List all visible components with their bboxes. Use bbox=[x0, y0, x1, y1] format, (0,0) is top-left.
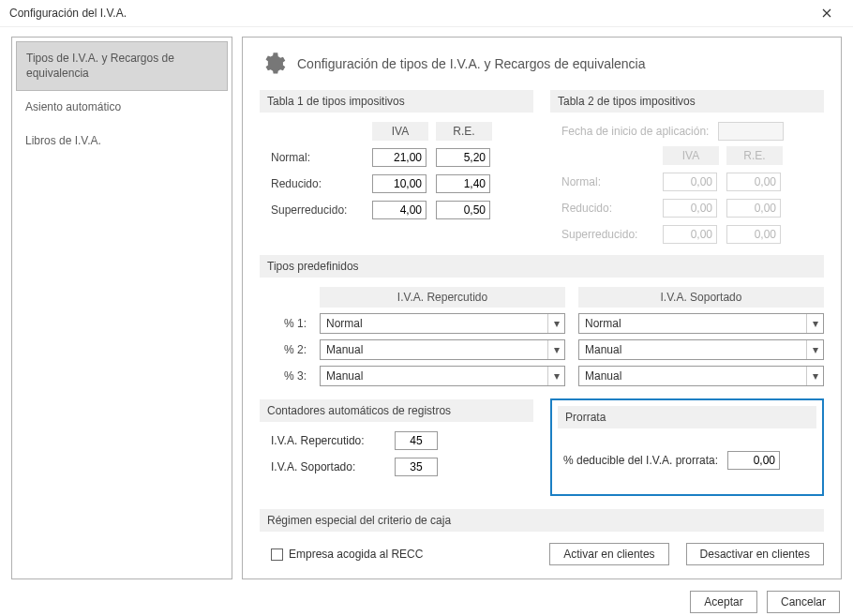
tabla2-col-iva: IVA bbox=[663, 146, 719, 165]
chevron-down-icon: ▾ bbox=[806, 340, 823, 359]
contadores-rep-input[interactable] bbox=[395, 431, 438, 450]
contadores-rep-label: I.V.A. Repercutido: bbox=[271, 434, 383, 447]
tabla1-normal-label: Normal: bbox=[271, 151, 365, 164]
predef-header: Tipos predefinidos bbox=[260, 255, 824, 278]
tabla2-header: Tabla 2 de tipos impositivos bbox=[550, 90, 824, 113]
tabla1-col-iva: IVA bbox=[372, 122, 428, 141]
tabla1-super-iva[interactable] bbox=[372, 201, 426, 219]
tabla1-reducido-label: Reducido: bbox=[271, 177, 365, 190]
tabla2-super-re bbox=[726, 225, 781, 244]
recc-desactivar-button[interactable]: Desactivar en clientes bbox=[686, 543, 824, 565]
tabla2-normal-iva bbox=[663, 173, 717, 191]
prorrata-input[interactable] bbox=[727, 451, 780, 470]
tabla1-col-re: R.E. bbox=[436, 122, 492, 141]
recc-checkbox-label: Empresa acogida al RECC bbox=[289, 548, 423, 561]
dialog-footer: Aceptar Cancelar bbox=[0, 587, 853, 616]
sidebar-item-label: Asiento automático bbox=[25, 100, 121, 113]
predef-group-rep: I.V.A. Repercutido bbox=[320, 287, 565, 308]
tabla2-super-label: Superreducido: bbox=[561, 228, 655, 241]
predef-sop-1[interactable]: Normal▾ bbox=[578, 313, 824, 334]
page-title: Configuración de tipos de I.V.A. y Recar… bbox=[297, 56, 646, 71]
chevron-down-icon: ▾ bbox=[806, 367, 823, 385]
tabla1-super-label: Superreducido: bbox=[271, 203, 365, 217]
checkbox-icon bbox=[271, 548, 283, 561]
select-value: Normal bbox=[326, 317, 547, 330]
tabla2-reducido-iva bbox=[663, 199, 717, 218]
sidebar-item-label: Tipos de I.V.A. y Recargos de equivalenc… bbox=[26, 52, 174, 80]
predef-rep-3[interactable]: Manual▾ bbox=[320, 366, 565, 386]
chevron-down-icon: ▾ bbox=[806, 314, 823, 333]
tabla2-fecha-label: Fecha de inicio de aplicación: bbox=[561, 125, 709, 138]
close-button[interactable] bbox=[808, 0, 846, 26]
sidebar: Tipos de I.V.A. y Recargos de equivalenc… bbox=[11, 37, 232, 579]
select-value: Manual bbox=[585, 343, 806, 356]
prorrata-box: Prorrata % deducible del I.V.A. prorrata… bbox=[550, 398, 824, 496]
predef-rep-1[interactable]: Normal▾ bbox=[320, 313, 565, 334]
contadores-header: Contadores automáticos de registros bbox=[260, 399, 533, 422]
predef-row1-label: % 1: bbox=[265, 317, 307, 330]
sidebar-item-tipos-iva[interactable]: Tipos de I.V.A. y Recargos de equivalenc… bbox=[16, 41, 228, 91]
tabla2-normal-label: Normal: bbox=[561, 175, 655, 188]
titlebar: Configuración del I.V.A. bbox=[0, 0, 853, 27]
select-value: Manual bbox=[585, 369, 806, 383]
recc-checkbox[interactable]: Empresa acogida al RECC bbox=[271, 548, 423, 561]
chevron-down-icon: ▾ bbox=[547, 367, 564, 385]
tabla1-super-re[interactable] bbox=[436, 201, 490, 219]
close-icon bbox=[822, 8, 831, 18]
contadores-sop-label: I.V.A. Soportado: bbox=[271, 460, 383, 473]
recc-header: Régimen especial del criterio de caja bbox=[260, 509, 824, 532]
ok-button[interactable]: Aceptar bbox=[690, 591, 757, 613]
tabla2-reducido-re bbox=[726, 199, 781, 218]
sidebar-item-asiento[interactable]: Asiento automático bbox=[16, 91, 228, 125]
sidebar-item-libros[interactable]: Libros de I.V.A. bbox=[16, 125, 228, 158]
tabla1-header: Tabla 1 de tipos impositivos bbox=[260, 90, 533, 113]
recc-activar-button[interactable]: Activar en clientes bbox=[549, 543, 668, 565]
predef-row2-label: % 2: bbox=[265, 343, 307, 356]
predef-row3-label: % 3: bbox=[265, 369, 307, 383]
chevron-down-icon: ▾ bbox=[547, 314, 564, 333]
predef-rep-2[interactable]: Manual▾ bbox=[320, 339, 565, 360]
tabla1-reducido-iva[interactable] bbox=[372, 174, 426, 193]
window-title: Configuración del I.V.A. bbox=[9, 7, 808, 20]
gear-icon bbox=[260, 51, 286, 77]
tabla1-normal-re[interactable] bbox=[436, 148, 490, 167]
select-value: Manual bbox=[326, 343, 547, 356]
tabla1-normal-iva[interactable] bbox=[372, 148, 426, 167]
tabla2-normal-re bbox=[726, 173, 781, 191]
sidebar-item-label: Libros de I.V.A. bbox=[25, 134, 101, 147]
prorrata-label: % deducible del I.V.A. prorrata: bbox=[563, 454, 718, 467]
prorrata-header: Prorrata bbox=[558, 406, 816, 428]
select-value: Normal bbox=[585, 317, 806, 330]
tabla2-reducido-label: Reducido: bbox=[561, 202, 655, 215]
tabla2-fecha-input bbox=[718, 122, 784, 141]
predef-sop-3[interactable]: Manual▾ bbox=[578, 366, 824, 386]
chevron-down-icon: ▾ bbox=[547, 340, 564, 359]
tabla2-col-re: R.E. bbox=[726, 146, 783, 165]
predef-sop-2[interactable]: Manual▾ bbox=[578, 339, 824, 360]
cancel-button[interactable]: Cancelar bbox=[767, 591, 840, 613]
select-value: Manual bbox=[326, 369, 547, 383]
main-panel: Configuración de tipos de I.V.A. y Recar… bbox=[242, 37, 842, 579]
contadores-sop-input[interactable] bbox=[395, 458, 438, 476]
predef-group-sop: I.V.A. Soportado bbox=[578, 287, 824, 308]
tabla2-super-iva bbox=[663, 225, 717, 244]
tabla1-reducido-re[interactable] bbox=[436, 174, 490, 193]
